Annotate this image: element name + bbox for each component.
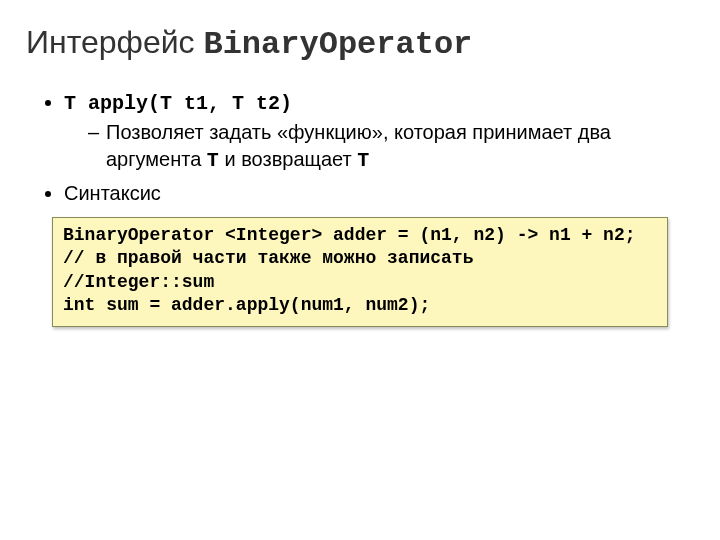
bullet-1-code: T apply(T t1, T t2) — [64, 92, 292, 115]
bullet-2-text: Синтаксис — [64, 182, 161, 204]
sub1-t2: T — [357, 149, 369, 172]
title-mono: BinaryOperator — [203, 26, 472, 63]
bullet-item-1: T apply(T t1, T t2) Позволяет задать «фу… — [64, 89, 694, 174]
bullet-item-2: Синтаксис — [64, 180, 694, 207]
code-block: BinaryOperator <Integer> adder = (n1, n2… — [52, 217, 668, 327]
slide-title: Интерфейс BinaryOperator — [26, 24, 694, 63]
sub-list: Позволяет задать «функцию», которая прин… — [64, 119, 694, 174]
sub-item-1: Позволяет задать «функцию», которая прин… — [88, 119, 694, 174]
title-prefix: Интерфейс — [26, 24, 203, 60]
bullet-list: T apply(T t1, T t2) Позволяет задать «фу… — [26, 89, 694, 207]
sub1-t1: T — [207, 149, 219, 172]
sub1-mid: и возвращает — [219, 148, 357, 170]
